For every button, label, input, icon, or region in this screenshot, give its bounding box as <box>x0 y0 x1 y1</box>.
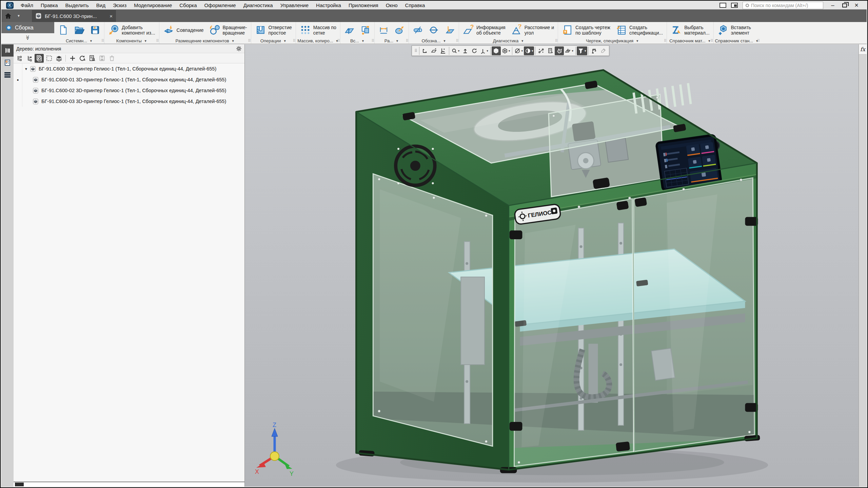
group-drag-handle[interactable]: ⠿ <box>101 39 103 43</box>
variables-panel-tab[interactable]: fx <box>859 44 867 55</box>
tree-row-execution-01[interactable]: ● БГ-91.С600-01 3D-принтер Гелиос-1 (Тел… <box>14 74 244 85</box>
section-view-icon[interactable]: ▾ <box>524 46 534 55</box>
placement-icon[interactable] <box>439 46 448 55</box>
tree-row-execution-03[interactable]: БГ-91.С600-03 3D-принтер Гелиос-1 (Тел-1… <box>14 96 244 107</box>
designation-datum-button[interactable] <box>442 24 457 36</box>
toolbar-drag-handle[interactable]: ⠿ <box>413 48 418 53</box>
menu-file[interactable]: Файл <box>17 1 37 9</box>
group-drag-handle[interactable]: ⠿ <box>248 39 250 43</box>
aux-plane-button[interactable] <box>342 24 357 36</box>
object-info-button[interactable]: ?Информация об объекте <box>460 23 508 37</box>
menu-help[interactable]: Справка <box>401 1 429 9</box>
layers-icon[interactable] <box>54 54 63 63</box>
hidden-lines-icon[interactable]: ▾ <box>513 46 524 55</box>
menu-diagnostics[interactable]: Диагностика <box>240 1 277 9</box>
structure-numbered-icon[interactable] <box>15 54 24 63</box>
distance-angle-button[interactable]: ?Расстояние и угол <box>509 23 556 37</box>
save-button[interactable] <box>87 24 103 36</box>
command-search-input[interactable]: Поиск по командам (Alt+/) <box>743 2 823 9</box>
home-button[interactable] <box>1 9 15 22</box>
group-dropdown-caret[interactable]: ▼ <box>90 39 93 43</box>
group-drag-handle[interactable]: ⠿ <box>664 39 666 43</box>
menu-hamburger-icon[interactable] <box>1 69 14 81</box>
menu-modeling[interactable]: Моделирование <box>130 1 176 9</box>
tree-row-root[interactable]: ▼ БГ-91.С600 3D-принтер Гелиос-1 (Тел-1,… <box>14 63 244 74</box>
group-dropdown-caret[interactable]: ▼ <box>144 39 147 43</box>
create-drawing-button[interactable]: Создать чертеж по шаблону <box>559 23 613 37</box>
select-material-button[interactable]: Выбрать материал... <box>668 23 712 37</box>
coordinate-system-icon[interactable] <box>420 46 430 55</box>
menu-sketch[interactable]: Эскиз <box>109 1 130 9</box>
group-dropdown-caret[interactable]: ▼ <box>443 39 446 43</box>
menu-view[interactable]: Вид <box>93 1 109 9</box>
close-button[interactable]: × <box>852 1 861 9</box>
menu-select[interactable]: Выделить <box>62 1 93 9</box>
menu-management[interactable]: Управление <box>277 1 312 9</box>
group-drag-handle[interactable]: ⠿ <box>555 39 557 43</box>
add-execution-icon[interactable] <box>68 54 77 63</box>
base-plane-icon[interactable] <box>430 46 439 55</box>
filter-icon[interactable]: ▾ <box>577 46 587 55</box>
menu-applications[interactable]: Приложения <box>345 1 382 9</box>
selection-area-icon[interactable] <box>44 54 54 63</box>
open-document-button[interactable] <box>72 24 87 36</box>
orientation-triad-icon[interactable]: ▾ <box>479 46 489 55</box>
group-drag-handle[interactable]: ⠿ <box>372 39 374 43</box>
group-dropdown-caret[interactable]: ▼ <box>521 39 524 43</box>
copy-objects-button[interactable] <box>358 24 373 36</box>
shaded-view-icon[interactable] <box>492 46 501 55</box>
refresh-execution-icon[interactable] <box>78 54 87 63</box>
simple-hole-button[interactable]: Отверстие простое <box>253 23 294 37</box>
coincidence-button[interactable]: Совпадение <box>161 23 206 37</box>
ribbon-collapse-chevron[interactable]: ≫ <box>25 34 31 41</box>
parameters-panel-tab[interactable] <box>1 57 14 69</box>
group-drag-handle[interactable]: ⠿ <box>156 39 158 43</box>
group-drag-handle[interactable]: ⠿ <box>710 39 712 43</box>
menu-window[interactable]: Окно <box>382 1 401 9</box>
window-settings-icon[interactable] <box>731 3 738 8</box>
tree-panel-tab[interactable] <box>1 44 14 57</box>
rotate-view-icon[interactable] <box>470 46 479 55</box>
constraints-icon[interactable] <box>536 46 546 55</box>
delete-execution-icon[interactable] <box>107 54 116 63</box>
tab-close-icon[interactable]: × <box>110 13 113 19</box>
tree-row-execution-02[interactable]: БГ-91.С600-02 3D-принтер Гелиос-1 (Тел-1… <box>14 85 244 96</box>
designation-axis-button[interactable] <box>426 24 441 36</box>
group-dropdown-caret[interactable]: ▼ <box>396 39 399 43</box>
ribbon-context-tab[interactable]: Сборка ≫ <box>1 22 54 44</box>
wireframe-view-icon[interactable]: ▾ <box>501 46 511 55</box>
execution-properties-icon[interactable] <box>87 54 97 63</box>
group-dropdown-caret[interactable]: ▼ <box>361 39 364 43</box>
zoom-icon[interactable]: ▾ <box>450 46 461 55</box>
minimize-button[interactable]: – <box>828 2 837 9</box>
layout-window-icon[interactable] <box>719 3 726 8</box>
menu-edit[interactable]: Правка <box>37 1 62 9</box>
insert-element-button[interactable]: Вставить элемент <box>715 23 753 37</box>
create-spec-button[interactable]: Создать спецификаци... <box>613 23 665 37</box>
group-dropdown-caret[interactable]: ▼ <box>636 39 639 43</box>
menu-assembly[interactable]: Сборка <box>176 1 200 9</box>
group-dropdown-caret[interactable]: ▼ <box>232 39 235 43</box>
executions-view-icon[interactable] <box>35 54 44 63</box>
panel-bottom-chip[interactable] <box>15 483 24 486</box>
app-logo-icon[interactable]: К <box>6 2 14 9</box>
expander-icon[interactable]: ▼ <box>22 67 30 71</box>
home-dropdown-caret[interactable]: ▾ <box>15 14 22 18</box>
clip-area-icon[interactable]: ▾ <box>564 46 574 55</box>
tab-document[interactable]: БГ-91.С600 3D-прин... × <box>32 9 116 22</box>
group-drag-handle[interactable]: ⠿ <box>337 39 339 43</box>
designation-shaft-button[interactable] <box>410 24 426 36</box>
linear-dimension-button[interactable] <box>376 24 391 36</box>
group-drag-handle[interactable]: ⠿ <box>456 39 458 43</box>
pan-icon[interactable] <box>460 46 470 55</box>
menu-settings[interactable]: Настройка <box>312 1 345 9</box>
menu-layout[interactable]: Оформление <box>201 1 240 9</box>
grid-array-button[interactable]: Массив по сетке <box>297 23 339 37</box>
document-view-icon[interactable] <box>546 46 555 55</box>
crane-icon[interactable] <box>590 46 599 55</box>
mesh-view-icon[interactable] <box>555 46 564 55</box>
restore-button[interactable] <box>842 3 847 7</box>
structure-tree-icon[interactable] <box>25 54 34 63</box>
radial-dimension-button[interactable] <box>392 24 407 36</box>
group-drag-handle[interactable]: ⠿ <box>293 39 295 43</box>
